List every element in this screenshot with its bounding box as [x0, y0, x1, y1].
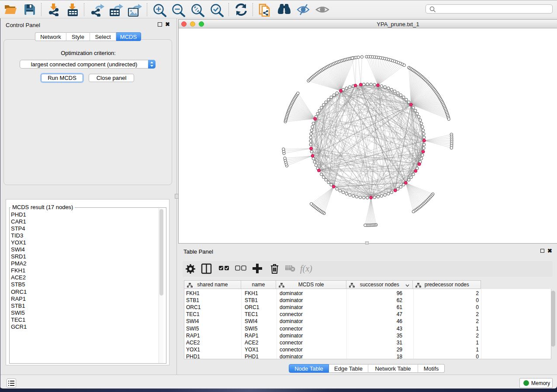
svg-text:f(x): f(x): [300, 264, 312, 274]
